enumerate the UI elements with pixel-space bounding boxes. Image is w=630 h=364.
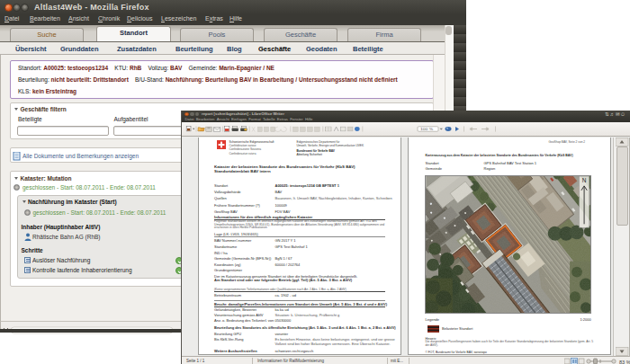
svg-text:83 %: 83 % (619, 360, 630, 364)
svg-text:N: N (582, 176, 587, 182)
svg-text:100 %: 100 % (420, 128, 433, 131)
